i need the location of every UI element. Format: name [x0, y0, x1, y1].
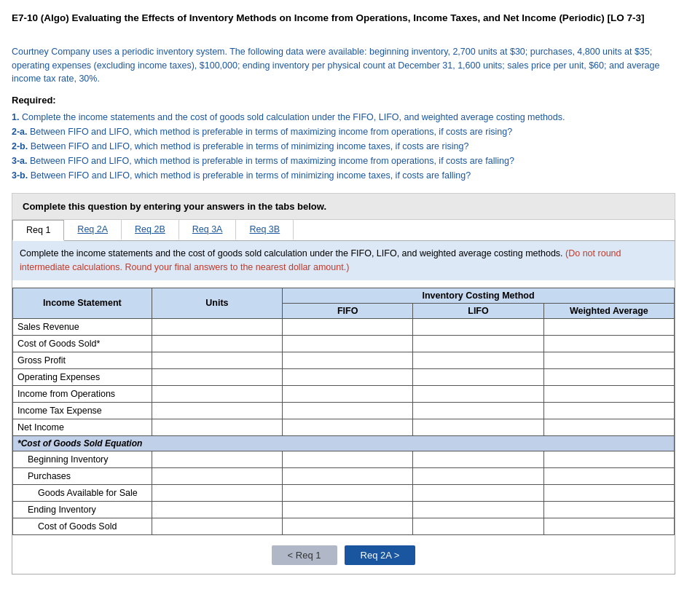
fifo-ending-inventory[interactable] — [283, 501, 413, 518]
input-lifo-goods-available[interactable] — [417, 487, 538, 499]
units-beginning-inventory[interactable] — [152, 451, 282, 467]
lifo-income-operations[interactable] — [413, 385, 543, 402]
wavg-net-income[interactable] — [543, 419, 674, 435]
input-wavg-gross-profit[interactable] — [549, 355, 670, 366]
units-purchases[interactable] — [152, 467, 282, 484]
wavg-gross-profit[interactable] — [543, 352, 674, 368]
fifo-income-tax[interactable] — [283, 402, 413, 419]
wavg-sales-revenue[interactable] — [543, 318, 674, 335]
input-fifo-purchases[interactable] — [287, 470, 408, 482]
lifo-purchases[interactable] — [413, 467, 543, 484]
units-operating-expenses[interactable] — [152, 368, 282, 385]
fifo-beginning-inventory[interactable] — [283, 451, 413, 467]
wavg-purchases[interactable] — [543, 467, 674, 484]
input-units-gross-profit[interactable] — [157, 355, 278, 366]
units-ending-inventory[interactable] — [152, 501, 282, 518]
input-wavg-beginning-inventory[interactable] — [549, 454, 670, 465]
input-fifo-net-income[interactable] — [287, 422, 408, 433]
lifo-ending-inventory[interactable] — [413, 501, 543, 518]
input-fifo-cogs[interactable] — [287, 338, 408, 350]
input-lifo-ending-inventory[interactable] — [417, 504, 538, 516]
tab-req3a[interactable]: Req 3A — [179, 220, 237, 240]
input-lifo-cogs-equation[interactable] — [417, 521, 538, 532]
input-lifo-operating-expenses[interactable] — [417, 371, 538, 383]
input-fifo-cogs-equation[interactable] — [287, 521, 408, 532]
input-units-ending-inventory[interactable] — [157, 504, 278, 516]
input-fifo-goods-available[interactable] — [287, 487, 408, 499]
input-wavg-cogs-equation[interactable] — [549, 521, 670, 532]
lifo-net-income[interactable] — [413, 419, 543, 435]
input-units-purchases[interactable] — [157, 470, 278, 482]
input-units-beginning-inventory[interactable] — [157, 454, 278, 465]
lifo-operating-expenses[interactable] — [413, 368, 543, 385]
units-goods-available[interactable] — [152, 484, 282, 501]
units-sales-revenue[interactable] — [152, 318, 282, 335]
input-fifo-gross-profit[interactable] — [287, 355, 408, 366]
units-cogs-equation[interactable] — [152, 518, 282, 534]
prev-button[interactable]: < Req 1 — [272, 545, 337, 565]
input-fifo-sales-revenue[interactable] — [287, 321, 408, 333]
units-income-tax[interactable] — [152, 402, 282, 419]
input-units-income-tax[interactable] — [157, 405, 278, 416]
input-wavg-ending-inventory[interactable] — [549, 504, 670, 516]
fifo-cogs-equation[interactable] — [283, 518, 413, 534]
input-lifo-beginning-inventory[interactable] — [417, 454, 538, 465]
lifo-cogs[interactable] — [413, 335, 543, 352]
lifo-gross-profit[interactable] — [413, 352, 543, 368]
input-wavg-sales-revenue[interactable] — [549, 321, 670, 333]
lifo-cogs-equation[interactable] — [413, 518, 543, 534]
input-wavg-income-operations[interactable] — [549, 388, 670, 400]
input-lifo-sales-revenue[interactable] — [417, 321, 538, 333]
fifo-goods-available[interactable] — [283, 484, 413, 501]
input-wavg-net-income[interactable] — [549, 422, 670, 433]
input-lifo-income-operations[interactable] — [417, 388, 538, 400]
tab-req3b[interactable]: Req 3B — [236, 220, 294, 240]
units-gross-profit[interactable] — [152, 352, 282, 368]
input-lifo-income-tax[interactable] — [417, 405, 538, 416]
input-fifo-beginning-inventory[interactable] — [287, 454, 408, 465]
units-net-income[interactable] — [152, 419, 282, 435]
wavg-operating-expenses[interactable] — [543, 368, 674, 385]
input-wavg-purchases[interactable] — [549, 470, 670, 482]
input-units-cogs[interactable] — [157, 338, 278, 350]
input-fifo-income-tax[interactable] — [287, 405, 408, 416]
fifo-gross-profit[interactable] — [283, 352, 413, 368]
wavg-cogs[interactable] — [543, 335, 674, 352]
input-fifo-ending-inventory[interactable] — [287, 504, 408, 516]
input-units-cogs-equation[interactable] — [157, 521, 278, 532]
input-lifo-cogs[interactable] — [417, 338, 538, 350]
lifo-beginning-inventory[interactable] — [413, 451, 543, 467]
wavg-cogs-equation[interactable] — [543, 518, 674, 534]
wavg-goods-available[interactable] — [543, 484, 674, 501]
input-wavg-operating-expenses[interactable] — [549, 371, 670, 383]
input-units-operating-expenses[interactable] — [157, 371, 278, 383]
units-cogs[interactable] — [152, 335, 282, 352]
fifo-income-operations[interactable] — [283, 385, 413, 402]
fifo-operating-expenses[interactable] — [283, 368, 413, 385]
tab-req2b[interactable]: Req 2B — [122, 220, 179, 240]
input-fifo-income-operations[interactable] — [287, 388, 408, 400]
input-wavg-cogs[interactable] — [549, 338, 670, 350]
wavg-beginning-inventory[interactable] — [543, 451, 674, 467]
lifo-goods-available[interactable] — [413, 484, 543, 501]
tab-req1[interactable]: Req 1 — [12, 220, 64, 241]
lifo-income-tax[interactable] — [413, 402, 543, 419]
lifo-sales-revenue[interactable] — [413, 318, 543, 335]
input-lifo-gross-profit[interactable] — [417, 355, 538, 366]
next-button[interactable]: Req 2A > — [345, 545, 416, 565]
input-units-sales-revenue[interactable] — [157, 321, 278, 333]
fifo-net-income[interactable] — [283, 419, 413, 435]
input-units-net-income[interactable] — [157, 422, 278, 433]
input-wavg-goods-available[interactable] — [549, 487, 670, 499]
wavg-income-operations[interactable] — [543, 385, 674, 402]
wavg-income-tax[interactable] — [543, 402, 674, 419]
fifo-purchases[interactable] — [283, 467, 413, 484]
wavg-ending-inventory[interactable] — [543, 501, 674, 518]
input-wavg-income-tax[interactable] — [549, 405, 670, 416]
input-units-income-operations[interactable] — [157, 388, 278, 400]
fifo-sales-revenue[interactable] — [283, 318, 413, 335]
input-lifo-purchases[interactable] — [417, 470, 538, 482]
input-lifo-net-income[interactable] — [417, 422, 538, 433]
fifo-cogs[interactable] — [283, 335, 413, 352]
input-units-goods-available[interactable] — [157, 487, 278, 499]
